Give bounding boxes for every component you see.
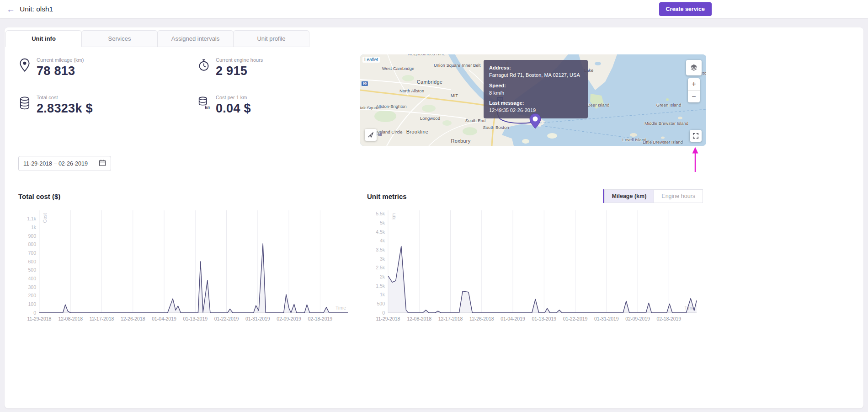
map-place-label: Brookline: [406, 129, 429, 134]
toggle-engine-hours[interactable]: Engine hours: [654, 189, 703, 203]
svg-text:01-04-2019: 01-04-2019: [501, 316, 525, 321]
svg-text:02-18-2019: 02-18-2019: [308, 316, 332, 321]
popup-speed-value: 8 km/h: [489, 90, 582, 96]
svg-text:0: 0: [382, 310, 385, 316]
svg-text:500: 500: [28, 267, 36, 273]
svg-text:Cost: Cost: [42, 213, 48, 223]
toggle-mileage[interactable]: Mileage (km): [604, 189, 655, 203]
unit-metrics-chart: 11-29-201812-08-201812-17-201812-26-2018…: [367, 205, 703, 325]
stat-value: 78 813: [37, 64, 84, 78]
map-place-label: Deer Island: [587, 102, 610, 107]
map[interactable]: Neighborhood NineWest CambridgeUnion Squ…: [360, 54, 706, 146]
popup-address-label: Address:: [489, 64, 582, 71]
tab-unit-profile[interactable]: Unit profile: [233, 30, 309, 47]
popup-speed-label: Speed:: [489, 82, 582, 89]
svg-text:2.5k: 2.5k: [376, 265, 385, 270]
svg-text:01-13-2019: 01-13-2019: [183, 316, 208, 321]
svg-text:2k: 2k: [380, 274, 385, 279]
svg-text:km: km: [391, 213, 396, 219]
layers-control-icon[interactable]: [686, 60, 702, 75]
svg-text:5.5k: 5.5k: [376, 211, 385, 216]
svg-text:km: km: [205, 105, 210, 110]
svg-text:12-17-2018: 12-17-2018: [90, 316, 114, 321]
svg-text:1k: 1k: [31, 225, 37, 230]
engine-gauge-icon: [197, 58, 210, 78]
main-card: Unit info Services Assigned intervals Un…: [5, 27, 863, 408]
create-service-button[interactable]: Create service: [659, 2, 712, 16]
svg-text:3k: 3k: [380, 256, 385, 262]
annotation-arrow: [690, 146, 700, 173]
chart-title-unit-metrics: Unit metrics: [367, 193, 407, 200]
svg-text:12-08-2018: 12-08-2018: [58, 316, 83, 321]
fullscreen-control-icon[interactable]: [690, 130, 702, 142]
map-place-label: Little Brewster Island: [643, 139, 683, 144]
map-place-label: Inner Belt: [462, 63, 481, 68]
svg-text:600: 600: [28, 259, 36, 264]
top-bar: ← Unit: olsh1 Create service: [0, 0, 868, 18]
map-place-label: Green Island: [656, 102, 681, 107]
svg-text:1.1k: 1.1k: [27, 216, 37, 221]
stat-label: Total cost: [37, 95, 93, 100]
stat-label: Current mileage (km): [37, 57, 84, 63]
stat-engine-hours: Current engine hours 2 915: [197, 57, 359, 78]
stat-cost-per-km: km Cost per 1 km 0.04 $: [197, 95, 359, 116]
metrics-toggle: Mileage (km) Engine hours: [603, 189, 703, 203]
date-range-value: 11-29-2018 – 02-26-2019: [23, 161, 88, 167]
svg-text:900: 900: [28, 233, 36, 239]
svg-text:01-31-2019: 01-31-2019: [594, 316, 619, 321]
total-cost-chart: 11-29-201812-08-201812-17-201812-26-2018…: [18, 205, 354, 325]
svg-text:4k: 4k: [380, 238, 385, 243]
svg-text:800: 800: [28, 241, 36, 247]
date-range-picker[interactable]: 11-29-2018 – 02-26-2019: [18, 156, 111, 171]
back-arrow-icon[interactable]: ←: [6, 5, 15, 14]
calendar-icon: [99, 159, 106, 168]
stat-total-cost: Total cost 2.8323k $: [18, 95, 197, 116]
svg-text:5k: 5k: [380, 220, 385, 225]
map-place-label: Allston-Brighton: [376, 104, 406, 109]
svg-text:200: 200: [28, 293, 36, 298]
tab-services[interactable]: Services: [81, 30, 158, 47]
svg-text:500: 500: [377, 301, 385, 306]
zoom-in-button[interactable]: +: [688, 78, 700, 90]
stats-grid: Current mileage (km) 78 813 Current engi…: [18, 54, 359, 116]
map-place-label: Cambridge: [417, 79, 443, 85]
locate-control-icon[interactable]: [365, 129, 377, 141]
unit-marker-icon[interactable]: [529, 113, 542, 131]
page-title: Unit: olsh1: [20, 5, 53, 13]
map-place-label: West Cambridge: [382, 66, 415, 71]
map-place-label: Middle Brewster Island: [644, 121, 688, 126]
svg-text:12-17-2018: 12-17-2018: [438, 316, 463, 321]
road-shield: 90: [361, 81, 368, 86]
svg-text:11-29-2018: 11-29-2018: [376, 316, 400, 321]
svg-text:Time: Time: [335, 305, 346, 310]
stat-label: Current engine hours: [216, 57, 263, 63]
svg-text:12-08-2018: 12-08-2018: [407, 316, 431, 321]
chart-title-total-cost: Total cost ($): [18, 193, 60, 200]
svg-text:0: 0: [33, 310, 36, 316]
map-place-label: Union Square: [434, 63, 460, 68]
total-cost-chart-block: Total cost ($) 11-29-201812-08-201812-17…: [18, 189, 354, 325]
svg-text:01-22-2019: 01-22-2019: [214, 316, 239, 321]
map-place-label: Roxbury: [451, 138, 470, 144]
tab-bar: Unit info Services Assigned intervals Un…: [5, 27, 863, 47]
zoom-out-button[interactable]: −: [688, 90, 700, 102]
stat-value: 2 915: [216, 64, 263, 78]
svg-text:400: 400: [28, 276, 36, 281]
popup-last-message-label: Last message:: [489, 100, 582, 107]
svg-text:01-22-2019: 01-22-2019: [563, 316, 588, 321]
tab-assigned-intervals[interactable]: Assigned intervals: [157, 30, 234, 47]
coin-stack-km-icon: km: [197, 96, 210, 116]
popup-address-value: Farragut Rd 71, Boston, MA 02127, USA: [489, 72, 582, 79]
svg-text:1k: 1k: [380, 292, 385, 297]
svg-text:02-18-2019: 02-18-2019: [656, 316, 681, 321]
map-place-label: South End: [465, 118, 485, 123]
tab-unit-info[interactable]: Unit info: [5, 30, 82, 47]
coin-stack-icon: [18, 96, 31, 116]
map-popup: Address: Farragut Rd 71, Boston, MA 0212…: [484, 60, 588, 118]
map-place-label: MIT: [451, 93, 458, 98]
map-place-label: Longwood: [420, 116, 440, 121]
unit-metrics-chart-block: Unit metrics Mileage (km) Engine hours 1…: [367, 189, 703, 325]
leaflet-attribution[interactable]: Leaflet: [362, 57, 380, 63]
svg-text:300: 300: [28, 284, 36, 290]
map-place-label: Neighborhood Nine: [408, 54, 445, 56]
